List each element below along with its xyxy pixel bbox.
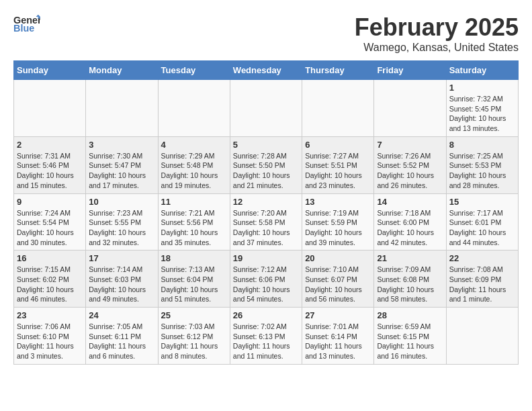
col-friday: Friday <box>374 61 446 80</box>
day-number: 9 <box>17 197 83 207</box>
day-number: 1 <box>449 83 515 93</box>
cell-w3d2: 18Sunrise: 7:13 AMSunset: 6:04 PMDayligh… <box>158 250 230 308</box>
day-info: Sunrise: 7:01 AMSunset: 6:14 PMDaylight:… <box>305 322 371 361</box>
day-info: Sunrise: 7:25 AMSunset: 5:53 PMDaylight:… <box>449 151 515 191</box>
cell-w3d0: 16Sunrise: 7:15 AMSunset: 6:02 PMDayligh… <box>14 250 86 308</box>
cell-w3d1: 17Sunrise: 7:14 AMSunset: 6:03 PMDayligh… <box>86 250 158 308</box>
logo: General Blue <box>13 13 40 35</box>
day-info: Sunrise: 7:24 AMSunset: 5:54 PMDaylight:… <box>17 208 83 248</box>
day-number: 2 <box>17 140 83 150</box>
day-info: Sunrise: 7:29 AMSunset: 5:48 PMDaylight:… <box>161 151 227 191</box>
cell-w2d4: 13Sunrise: 7:19 AMSunset: 5:59 PMDayligh… <box>302 193 374 250</box>
day-info: Sunrise: 7:27 AMSunset: 5:51 PMDaylight:… <box>305 151 371 191</box>
day-info: Sunrise: 7:09 AMSunset: 6:08 PMDaylight:… <box>377 265 443 304</box>
cell-w4d5: 28Sunrise: 6:59 AMSunset: 6:15 PMDayligh… <box>374 308 446 365</box>
cell-w0d0 <box>14 80 86 137</box>
day-number: 19 <box>233 253 299 263</box>
day-number: 12 <box>233 197 299 207</box>
day-number: 16 <box>17 253 83 263</box>
calendar-table: Sunday Monday Tuesday Wednesday Thursday… <box>13 60 519 365</box>
day-number: 15 <box>449 197 515 207</box>
day-info: Sunrise: 7:06 AMSunset: 6:10 PMDaylight:… <box>17 322 83 361</box>
day-info: Sunrise: 7:03 AMSunset: 6:12 PMDaylight:… <box>161 322 227 361</box>
cell-w0d6: 1Sunrise: 7:32 AMSunset: 5:45 PMDaylight… <box>446 80 518 137</box>
day-info: Sunrise: 7:23 AMSunset: 5:55 PMDaylight:… <box>89 208 154 248</box>
cell-w2d2: 11Sunrise: 7:21 AMSunset: 5:56 PMDayligh… <box>158 193 230 250</box>
day-number: 26 <box>233 310 299 320</box>
cell-w1d2: 4Sunrise: 7:29 AMSunset: 5:48 PMDaylight… <box>158 136 230 193</box>
day-number: 24 <box>89 310 154 320</box>
day-info: Sunrise: 7:20 AMSunset: 5:58 PMDaylight:… <box>233 208 299 248</box>
day-info: Sunrise: 7:17 AMSunset: 6:01 PMDaylight:… <box>449 208 515 248</box>
day-info: Sunrise: 7:13 AMSunset: 6:04 PMDaylight:… <box>161 265 227 304</box>
cell-w2d5: 14Sunrise: 7:18 AMSunset: 6:00 PMDayligh… <box>374 193 446 250</box>
cell-w1d6: 8Sunrise: 7:25 AMSunset: 5:53 PMDaylight… <box>446 136 518 193</box>
day-info: Sunrise: 7:30 AMSunset: 5:47 PMDaylight:… <box>89 151 154 191</box>
day-number: 17 <box>89 253 154 263</box>
day-number: 11 <box>161 197 227 207</box>
day-number: 8 <box>449 140 515 150</box>
header-row: Sunday Monday Tuesday Wednesday Thursday… <box>14 61 519 80</box>
day-number: 13 <box>305 197 371 207</box>
day-number: 27 <box>305 310 371 320</box>
day-number: 22 <box>449 253 515 263</box>
cell-w1d0: 2Sunrise: 7:31 AMSunset: 5:46 PMDaylight… <box>14 136 86 193</box>
day-info: Sunrise: 7:28 AMSunset: 5:50 PMDaylight:… <box>233 151 299 191</box>
cell-w4d1: 24Sunrise: 7:05 AMSunset: 6:11 PMDayligh… <box>86 308 158 365</box>
cell-w1d5: 7Sunrise: 7:26 AMSunset: 5:52 PMDaylight… <box>374 136 446 193</box>
day-info: Sunrise: 7:21 AMSunset: 5:56 PMDaylight:… <box>161 208 227 248</box>
cell-w1d3: 5Sunrise: 7:28 AMSunset: 5:50 PMDaylight… <box>230 136 302 193</box>
col-thursday: Thursday <box>302 61 374 80</box>
logo-icon: General Blue <box>13 13 40 34</box>
cell-w0d1 <box>86 80 158 137</box>
week-row-3: 16Sunrise: 7:15 AMSunset: 6:02 PMDayligh… <box>14 250 519 308</box>
cell-w0d2 <box>158 80 230 137</box>
day-info: Sunrise: 7:10 AMSunset: 6:07 PMDaylight:… <box>305 265 371 304</box>
cell-w1d4: 6Sunrise: 7:27 AMSunset: 5:51 PMDaylight… <box>302 136 374 193</box>
day-number: 4 <box>161 140 227 150</box>
week-row-2: 9Sunrise: 7:24 AMSunset: 5:54 PMDaylight… <box>14 193 519 250</box>
day-number: 28 <box>377 310 443 320</box>
day-info: Sunrise: 7:31 AMSunset: 5:46 PMDaylight:… <box>17 151 83 191</box>
cell-w4d2: 25Sunrise: 7:03 AMSunset: 6:12 PMDayligh… <box>158 308 230 365</box>
cell-w4d3: 26Sunrise: 7:02 AMSunset: 6:13 PMDayligh… <box>230 308 302 365</box>
col-saturday: Saturday <box>446 61 518 80</box>
day-number: 25 <box>161 310 227 320</box>
cell-w3d6: 22Sunrise: 7:08 AMSunset: 6:09 PMDayligh… <box>446 250 518 308</box>
cell-w4d6 <box>446 308 518 365</box>
svg-text:Blue: Blue <box>13 23 34 34</box>
cell-w3d3: 19Sunrise: 7:12 AMSunset: 6:06 PMDayligh… <box>230 250 302 308</box>
day-number: 10 <box>89 197 154 207</box>
day-number: 6 <box>305 140 371 150</box>
cell-w2d6: 15Sunrise: 7:17 AMSunset: 6:01 PMDayligh… <box>446 193 518 250</box>
day-number: 18 <box>161 253 227 263</box>
week-row-1: 2Sunrise: 7:31 AMSunset: 5:46 PMDaylight… <box>14 136 519 193</box>
page-title: February 2025 <box>355 13 519 42</box>
cell-w1d1: 3Sunrise: 7:30 AMSunset: 5:47 PMDaylight… <box>86 136 158 193</box>
cell-w3d5: 21Sunrise: 7:09 AMSunset: 6:08 PMDayligh… <box>374 250 446 308</box>
col-tuesday: Tuesday <box>158 61 230 80</box>
week-row-4: 23Sunrise: 7:06 AMSunset: 6:10 PMDayligh… <box>14 308 519 365</box>
cell-w0d5 <box>374 80 446 137</box>
cell-w2d0: 9Sunrise: 7:24 AMSunset: 5:54 PMDaylight… <box>14 193 86 250</box>
day-number: 20 <box>305 253 371 263</box>
cell-w2d3: 12Sunrise: 7:20 AMSunset: 5:58 PMDayligh… <box>230 193 302 250</box>
day-info: Sunrise: 7:32 AMSunset: 5:45 PMDaylight:… <box>449 94 515 134</box>
week-row-0: 1Sunrise: 7:32 AMSunset: 5:45 PMDaylight… <box>14 80 519 137</box>
day-info: Sunrise: 7:12 AMSunset: 6:06 PMDaylight:… <box>233 265 299 304</box>
day-info: Sunrise: 7:15 AMSunset: 6:02 PMDaylight:… <box>17 265 83 304</box>
day-number: 23 <box>17 310 83 320</box>
title-block: February 2025 Wamego, Kansas, United Sta… <box>355 13 519 54</box>
day-number: 3 <box>89 140 154 150</box>
col-wednesday: Wednesday <box>230 61 302 80</box>
day-info: Sunrise: 7:02 AMSunset: 6:13 PMDaylight:… <box>233 322 299 361</box>
day-info: Sunrise: 7:14 AMSunset: 6:03 PMDaylight:… <box>89 265 154 304</box>
cell-w4d4: 27Sunrise: 7:01 AMSunset: 6:14 PMDayligh… <box>302 308 374 365</box>
day-info: Sunrise: 6:59 AMSunset: 6:15 PMDaylight:… <box>377 322 443 361</box>
day-info: Sunrise: 7:19 AMSunset: 5:59 PMDaylight:… <box>305 208 371 248</box>
day-info: Sunrise: 7:08 AMSunset: 6:09 PMDaylight:… <box>449 265 515 304</box>
day-number: 21 <box>377 253 443 263</box>
page-header: General Blue February 2025 Wamego, Kansa… <box>13 13 519 54</box>
col-sunday: Sunday <box>14 61 86 80</box>
cell-w0d3 <box>230 80 302 137</box>
